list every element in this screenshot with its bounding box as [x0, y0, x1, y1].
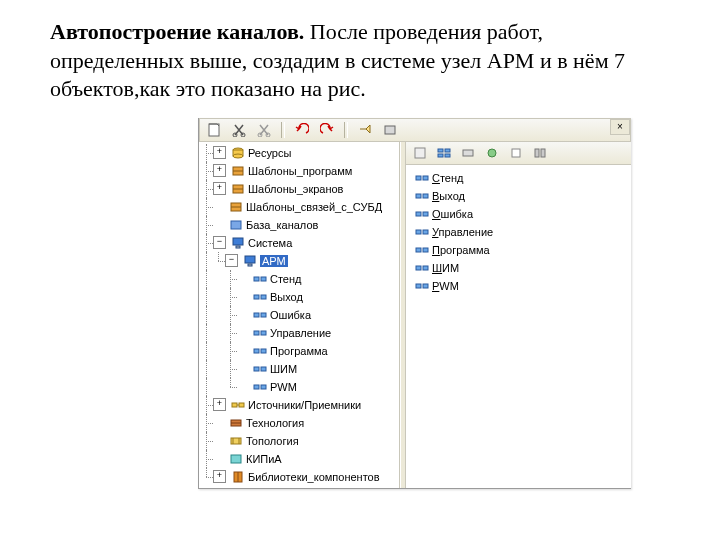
expand-icon[interactable]: +: [213, 146, 226, 159]
svg-rect-61: [416, 230, 421, 234]
svg-rect-21: [261, 277, 266, 281]
para-bold: Автопостроение каналов.: [50, 19, 304, 44]
svg-rect-28: [254, 349, 259, 353]
list-item[interactable]: Выход: [408, 187, 629, 205]
pm-blank: [213, 219, 224, 230]
list-label: Выход: [432, 190, 465, 202]
tree-row[interactable]: Технология: [201, 414, 399, 432]
expand-icon[interactable]: +: [213, 182, 226, 195]
pm-blank: [213, 417, 224, 428]
svg-rect-47: [445, 149, 450, 152]
tree-row[interactable]: Управление: [201, 324, 399, 342]
tree-row[interactable]: +Источники/Приемники: [201, 396, 399, 414]
tree-row[interactable]: −Система: [201, 234, 399, 252]
bricks-icon: [229, 416, 243, 430]
tree-label: Шаблоны_связей_с_СУБД: [246, 201, 382, 213]
tree-row[interactable]: +Библиотеки_компонентов: [201, 468, 399, 486]
svg-rect-34: [232, 403, 237, 407]
box-orange-icon: [231, 164, 245, 178]
svg-rect-31: [261, 367, 266, 371]
list-item[interactable]: ШИМ: [408, 259, 629, 277]
svg-rect-25: [261, 313, 266, 317]
collapse-icon[interactable]: −: [213, 236, 226, 249]
tree-label: Ресурсы: [248, 147, 291, 159]
detail-btn4[interactable]: [482, 144, 502, 162]
svg-rect-26: [254, 331, 259, 335]
detail-btn3[interactable]: [458, 144, 478, 162]
close-icon[interactable]: ×: [610, 119, 630, 135]
list-label: Ошибка: [432, 208, 473, 220]
bars-icon: [415, 243, 429, 257]
svg-rect-60: [423, 212, 428, 216]
tree-row[interactable]: ШИМ: [201, 360, 399, 378]
pm-blank: [237, 273, 248, 284]
list-item[interactable]: PWM: [408, 277, 629, 295]
tree-label: База_каналов: [246, 219, 318, 231]
new-sheet-button[interactable]: [204, 121, 224, 139]
cut2-button[interactable]: [254, 121, 274, 139]
svg-rect-35: [239, 403, 244, 407]
tree-row[interactable]: +Ресурсы: [201, 144, 399, 162]
svg-rect-66: [423, 266, 428, 270]
tree-row[interactable]: +Шаблоны_программ: [201, 162, 399, 180]
pm-blank: [213, 201, 224, 212]
expand-icon[interactable]: +: [213, 470, 226, 483]
cyan-icon: [229, 452, 243, 466]
cylinder-icon: [231, 146, 245, 160]
list-item[interactable]: Ошибка: [408, 205, 629, 223]
tree-row[interactable]: PWM: [201, 378, 399, 396]
tree-row[interactable]: −АРМ: [201, 252, 399, 270]
box-blue-icon: [229, 218, 243, 232]
box-button[interactable]: [380, 121, 400, 139]
tree-row[interactable]: Топология: [201, 432, 399, 450]
svg-rect-22: [254, 295, 259, 299]
detail-btn2[interactable]: [434, 144, 454, 162]
tree-row[interactable]: +Шаблоны_экранов: [201, 180, 399, 198]
tree-label: Стенд: [270, 273, 301, 285]
book-icon: [231, 470, 245, 484]
bars-icon: [253, 272, 267, 286]
svg-rect-65: [416, 266, 421, 270]
tree-label: ШИМ: [270, 363, 297, 375]
bars-icon: [253, 308, 267, 322]
tree-label: Выход: [270, 291, 303, 303]
pm-blank: [213, 453, 224, 464]
tree-row[interactable]: КИПиА: [201, 450, 399, 468]
bars-icon: [415, 261, 429, 275]
svg-rect-30: [254, 367, 259, 371]
svg-point-51: [488, 149, 496, 157]
svg-rect-0: [209, 124, 219, 136]
tree-row[interactable]: База_каналов: [201, 216, 399, 234]
tree-row[interactable]: Стенд: [201, 270, 399, 288]
detail-btn6[interactable]: [530, 144, 550, 162]
svg-rect-5: [385, 126, 395, 134]
collapse-icon[interactable]: −: [225, 254, 238, 267]
tree-row[interactable]: Ошибка: [201, 306, 399, 324]
pm-blank: [237, 345, 248, 356]
bars-icon: [253, 290, 267, 304]
svg-rect-46: [438, 149, 443, 152]
list-item[interactable]: Управление: [408, 223, 629, 241]
pm-blank: [237, 381, 248, 392]
list-label: Управление: [432, 226, 493, 238]
expand-icon[interactable]: +: [213, 164, 226, 177]
tree-row[interactable]: Шаблоны_связей_с_СУБД: [201, 198, 399, 216]
svg-rect-50: [463, 150, 473, 156]
bars-icon: [415, 207, 429, 221]
detail-btn5[interactable]: [506, 144, 526, 162]
list-item[interactable]: Программа: [408, 241, 629, 259]
tree-row[interactable]: Выход: [201, 288, 399, 306]
detail-btn1[interactable]: [410, 144, 430, 162]
tree-row[interactable]: Программа: [201, 342, 399, 360]
expand-icon[interactable]: +: [213, 398, 226, 411]
list-item[interactable]: Стенд: [408, 169, 629, 187]
app-window: × +Ресурсы+Шаблоны_программ+Шаблоны_экра…: [198, 118, 631, 489]
svg-rect-23: [261, 295, 266, 299]
tree-label: Источники/Приемники: [248, 399, 361, 411]
box-orange-icon: [231, 182, 245, 196]
tag-button[interactable]: [355, 121, 375, 139]
undo-button[interactable]: [292, 121, 312, 139]
cut-button[interactable]: [229, 121, 249, 139]
tree-label: Топология: [246, 435, 299, 447]
redo-button[interactable]: [317, 121, 337, 139]
